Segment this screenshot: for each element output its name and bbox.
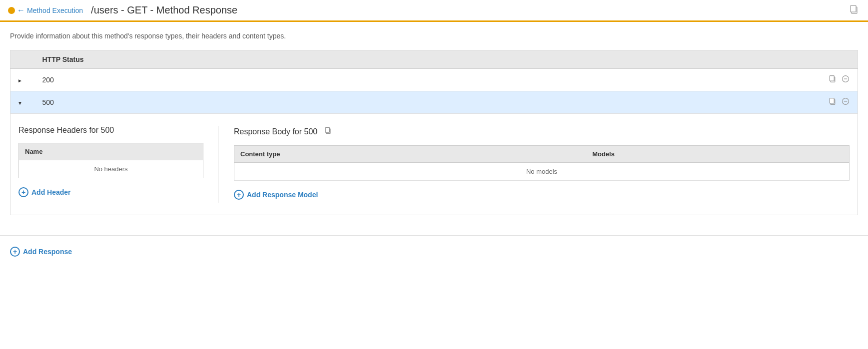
copy-icon-button[interactable] (848, 3, 860, 17)
row-500-status: 500 (35, 91, 821, 114)
table-row: ► 200 (10, 69, 858, 91)
no-headers-row: No headers (19, 160, 203, 178)
headers-col-actions (163, 143, 203, 160)
expanded-detail-500: Response Headers for 500 Name No headers… (10, 114, 858, 215)
svg-rect-3 (830, 76, 834, 81)
responses-table: HTTP Status ► 200 (10, 50, 858, 114)
bottom-bar: + Add Response (0, 235, 868, 268)
no-models-text: No models (234, 163, 850, 181)
add-response-model-label: Add Response Model (247, 191, 318, 199)
header-left: ← Method Execution /users - GET - Method… (17, 4, 237, 16)
page-title: /users - GET - Method Response (91, 4, 237, 16)
body-col-content-type: Content type (234, 146, 587, 163)
back-link[interactable]: ← Method Execution (17, 6, 83, 15)
back-arrow-icon: ← (17, 6, 25, 15)
col-http-status-header: HTTP Status (35, 50, 821, 69)
response-body-table: Content type Models No models (234, 145, 850, 181)
row-200-copy-button[interactable] (828, 74, 838, 86)
orange-dot (8, 7, 15, 14)
response-body-title: Response Body for 500 (234, 126, 850, 137)
svg-rect-11 (325, 128, 329, 133)
response-headers-title: Response Headers for 500 (18, 126, 203, 135)
response-headers-section: Response Headers for 500 Name No headers… (18, 126, 218, 203)
no-headers-text: No headers (19, 160, 203, 178)
body-col-actions (820, 146, 850, 163)
response-body-section: Response Body for 500 Content type Model… (218, 126, 850, 203)
add-response-label: Add Response (23, 248, 72, 256)
main-content: Provide information about this method's … (0, 22, 868, 225)
row-200-delete-button[interactable] (841, 74, 851, 86)
no-models-row: No models (234, 163, 850, 181)
response-headers-table: Name No headers (18, 143, 203, 178)
back-label: Method Execution (27, 6, 83, 14)
body-col-models: Models (586, 146, 819, 163)
add-header-icon: + (18, 187, 28, 197)
headers-col-name: Name (19, 143, 163, 160)
table-row: ▼ 500 (10, 91, 858, 114)
add-header-link[interactable]: + Add Header (18, 184, 203, 200)
svg-rect-1 (851, 5, 856, 12)
row-200-toggle-icon[interactable]: ► (17, 78, 22, 83)
row-500-toggle-cell: ▼ (10, 91, 35, 114)
row-500-delete-button[interactable] (841, 96, 851, 108)
row-500-toggle-icon[interactable]: ▼ (17, 100, 22, 106)
row-500-actions (821, 91, 858, 114)
row-200-status: 200 (35, 69, 821, 91)
add-response-model-link[interactable]: + Add Response Model (234, 187, 850, 203)
row-500-copy-button[interactable] (828, 96, 838, 108)
svg-rect-7 (830, 98, 834, 103)
row-200-actions (821, 69, 858, 91)
add-model-icon: + (234, 190, 244, 200)
row-200-toggle-cell: ► (10, 69, 35, 91)
response-body-copy-button[interactable] (323, 126, 333, 137)
col-toggle-header (10, 50, 35, 69)
add-response-link[interactable]: + Add Response (10, 244, 858, 260)
top-header: ← Method Execution /users - GET - Method… (0, 0, 868, 22)
add-header-label: Add Header (31, 188, 71, 196)
col-actions-header (821, 50, 858, 69)
description-text: Provide information about this method's … (10, 32, 858, 40)
add-response-icon: + (10, 247, 20, 257)
